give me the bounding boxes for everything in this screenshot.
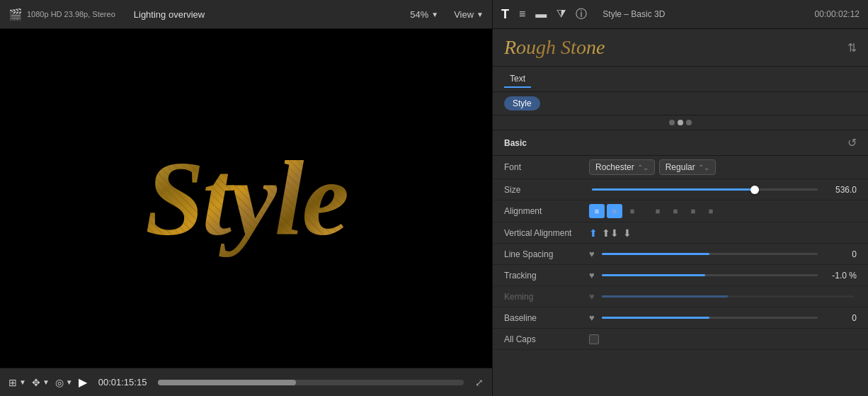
alignment-row: Alignment ≡ ≡ ≡ ≡ ≡ ≡ ≡	[493, 200, 868, 222]
media-info: 🎬 1080p HD 23.98p, Stereo	[8, 8, 115, 21]
play-icon: ▶	[79, 375, 87, 389]
valign-middle-icon[interactable]: ⬆⬇	[602, 227, 619, 239]
view-size-icon: ⊞	[8, 377, 17, 388]
style-name-bar: Rough Stone ⇅	[493, 29, 868, 67]
dot-3[interactable]	[686, 120, 692, 125]
video-timecode: 00:01:15:15	[98, 377, 147, 387]
valign-top-icon[interactable]: ⬆	[589, 227, 598, 239]
align-center-button[interactable]: ≡	[607, 204, 622, 218]
dot-2[interactable]	[678, 120, 683, 125]
all-caps-checkbox[interactable]	[589, 334, 599, 344]
baseline-label: Baseline	[504, 313, 589, 323]
style-pill-row: Style	[493, 92, 868, 115]
font-chevron-icon: ⌃⌄	[637, 164, 649, 171]
font-style-value: Regular	[666, 162, 695, 172]
tracking-label: Tracking	[504, 271, 589, 281]
view-control[interactable]: View ▼	[454, 9, 484, 20]
baseline-slider[interactable]	[602, 317, 818, 319]
font-label: Font	[504, 162, 589, 172]
tab-text[interactable]: Text	[504, 71, 531, 88]
tracking-slider[interactable]	[602, 274, 818, 276]
style-chevron-icon[interactable]: ⇅	[847, 41, 857, 55]
line-spacing-fill	[602, 253, 710, 255]
section-title: Basic	[504, 138, 527, 148]
align-justify3-button[interactable]: ≡	[685, 204, 701, 218]
line-spacing-slider[interactable]	[602, 253, 818, 255]
font-family-selector[interactable]: Rochester ⌃⌄	[589, 159, 655, 175]
tracking-fill	[602, 274, 706, 276]
font-style-chevron-icon: ⌃⌄	[698, 164, 709, 171]
align-left-button[interactable]: ≡	[589, 204, 605, 218]
tabs-bar: Text	[493, 67, 868, 92]
font-style-selector[interactable]: Regular ⌃⌄	[659, 159, 716, 175]
baseline-value: 0	[825, 313, 857, 323]
style-pill[interactable]: Style	[504, 96, 540, 111]
basic-section-header: Basic ↺	[493, 130, 868, 156]
align-justify-button[interactable]: ≡	[650, 204, 666, 218]
baseline-content: ♥ 0	[589, 312, 857, 323]
right-panel: Rough Stone ⇅ Text Style Basic ↺ Font	[492, 29, 868, 396]
play-button[interactable]: ▶	[79, 375, 87, 389]
line-spacing-heart-icon: ♥	[589, 249, 595, 259]
filter-icon[interactable]: ⧩	[556, 8, 566, 21]
style-text-wrapper: Style	[145, 145, 347, 251]
align-right-button[interactable]: ≡	[624, 204, 640, 218]
kerning-heart-icon: ♥	[589, 291, 595, 302]
alignment-label: Alignment	[504, 206, 589, 216]
align-justify4-button[interactable]: ≡	[703, 204, 719, 218]
kerning-slider	[602, 295, 854, 298]
alignment-content: ≡ ≡ ≡ ≡ ≡ ≡ ≡	[589, 204, 857, 218]
kerning-label: Kerning	[504, 292, 589, 302]
top-bar: 🎬 1080p HD 23.98p, Stereo Lighting overv…	[0, 0, 868, 29]
all-caps-content	[589, 334, 857, 344]
video-controls: ⊞ ▼ ✥ ▼ ◎ ▼ ▶ 00:01:15:15 ⤢	[0, 368, 492, 396]
font-name-value: Rochester	[595, 162, 634, 172]
kerning-content: ♥	[589, 291, 857, 302]
video-clip-icon[interactable]: ▬	[535, 8, 547, 21]
tracking-value: -1.0 %	[825, 271, 857, 281]
vertical-alignment-content: ⬆ ⬆⬇ ⬇	[589, 227, 857, 239]
align-justify2-button[interactable]: ≡	[668, 204, 683, 218]
vertical-alignment-label: Vertical Alignment	[504, 228, 589, 238]
size-slider-fill	[592, 188, 755, 191]
vertical-align-group: ⬆ ⬆⬇ ⬇	[589, 227, 632, 239]
vertical-alignment-row: Vertical Alignment ⬆ ⬆⬇ ⬇	[493, 222, 868, 244]
zoom-chevron-icon: ▼	[431, 11, 438, 18]
size-label: Size	[504, 185, 589, 195]
line-spacing-content: ♥ 0	[589, 249, 857, 259]
sequence-title: Lighting overview	[134, 9, 205, 20]
font-row: Font Rochester ⌃⌄ Regular ⌃⌄	[493, 156, 868, 179]
transform-button[interactable]: ✥ ▼	[32, 377, 50, 388]
kerning-row: Kerning ♥	[493, 286, 868, 307]
align-icon[interactable]: ≡	[519, 8, 525, 21]
dot-1[interactable]	[669, 120, 675, 125]
valign-bottom-icon[interactable]: ⬇	[623, 227, 632, 239]
baseline-row: Baseline ♥ 0	[493, 307, 868, 329]
speed-chevron: ▼	[66, 378, 73, 386]
right-panel-top-bar: T ≡ ▬ ⧩ ⓘ Style – Basic 3D 00:00:02:12	[492, 0, 868, 28]
speed-button[interactable]: ◎ ▼	[55, 377, 73, 388]
timeline-bar[interactable]	[158, 380, 464, 385]
video-canvas: Style	[0, 29, 492, 368]
view-label: View	[454, 9, 474, 20]
size-slider[interactable]	[592, 188, 818, 191]
view-size-button[interactable]: ⊞ ▼	[8, 377, 26, 388]
expand-button[interactable]: ⤢	[475, 377, 484, 388]
reset-button[interactable]: ↺	[847, 136, 857, 149]
panel-icons: T ≡ ▬ ⧩ ⓘ Style – Basic 3D	[501, 7, 665, 22]
film-icon: 🎬	[8, 8, 23, 21]
style-text: Style	[145, 140, 347, 257]
zoom-control[interactable]: 54% ▼	[410, 9, 438, 20]
font-content: Rochester ⌃⌄ Regular ⌃⌄	[589, 159, 857, 175]
video-top-bar-left: 🎬 1080p HD 23.98p, Stereo Lighting overv…	[0, 8, 492, 21]
size-content: 536.0	[589, 185, 857, 195]
timecode-display: 00:00:02:12	[815, 9, 860, 19]
info-icon[interactable]: ⓘ	[576, 7, 587, 22]
line-spacing-label: Line Spacing	[504, 249, 589, 259]
tracking-heart-icon: ♥	[589, 270, 595, 281]
size-value: 536.0	[825, 185, 857, 195]
size-slider-thumb[interactable]	[750, 186, 759, 194]
main-area: Style ⊞ ▼ ✥ ▼ ◎ ▼ ▶ 00:01:15:15 ⤢	[0, 29, 868, 396]
text-tool-icon[interactable]: T	[501, 7, 509, 22]
transform-chevron: ▼	[42, 378, 50, 386]
